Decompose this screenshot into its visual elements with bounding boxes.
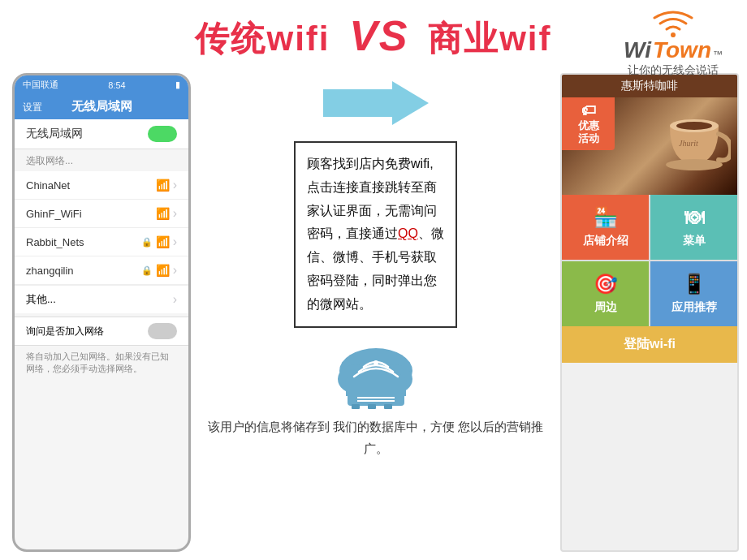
menu-icon: 🍽 <box>684 206 704 229</box>
phone-mockup: 中国联通 8:54 ▮ 设置 无线局域网 无线局域网 选取网络... China… <box>12 73 191 552</box>
network-item-zhangqilin[interactable]: zhangqilin 🔒 📶 › <box>15 256 188 285</box>
menu-label: 菜单 <box>683 234 706 248</box>
store-label: 店铺介绍 <box>583 234 628 248</box>
middle-section: 顾客找到店内免费wifi,点击连接直接跳转至商家认证界面，无需询问密码，直接通过… <box>191 73 560 552</box>
svg-rect-7 <box>348 393 404 406</box>
arrow-container <box>323 81 429 129</box>
svg-rect-12 <box>384 404 392 409</box>
wifi-toggle-row: 无线局域网 <box>15 119 188 149</box>
wifi-signal-icon3: 📶 <box>156 235 170 248</box>
wifi-logo-icon <box>649 8 697 37</box>
wifi-signal-icon2: 📶 <box>156 207 170 220</box>
store-icon: 🏪 <box>594 206 618 229</box>
select-network-label: 选取网络... <box>15 149 188 171</box>
battery-icon: ▮ <box>175 80 180 90</box>
svg-point-16 <box>676 122 712 130</box>
vs-text: VS <box>349 12 408 59</box>
nearby-label: 周边 <box>594 300 617 315</box>
nearby-icon: 🎯 <box>594 273 618 295</box>
svg-marker-1 <box>323 81 429 125</box>
main-content: 中国联通 8:54 ▮ 设置 无线局域网 无线局域网 选取网络... China… <box>0 73 747 552</box>
app-mockup: 惠斯特咖啡 Jhurit <box>560 73 739 552</box>
status-bar: 中国联通 8:54 ▮ <box>15 75 188 94</box>
title-part2: 商业wif <box>428 19 551 58</box>
wifi-toggle[interactable] <box>148 126 177 142</box>
phone-content: 无线局域网 选取网络... ChinaNet 📶 › GhinF_WiFi 📶 … <box>15 119 188 381</box>
phone-footer-text: 将自动加入已知网络。如果没有已知网络，您必须手动选择网络。 <box>15 346 188 381</box>
network-name-rabbit: Rabbit_Nets <box>26 236 84 248</box>
cafe-name: 惠斯特咖啡 <box>621 79 678 92</box>
tile-nearby[interactable]: 🎯 周边 <box>562 261 649 326</box>
wifi-signal-icon4: 📶 <box>156 264 170 277</box>
other-network-item[interactable]: 其他... › <box>15 285 188 313</box>
lock-icon2: 🔒 <box>141 265 153 276</box>
arrow-icon4: › <box>173 263 177 278</box>
logo-tm: ™ <box>713 49 723 60</box>
header-title: 传统wifi VS 商业wif <box>195 11 551 62</box>
description-text: 顾客找到店内免费wifi,点击连接直接跳转至商家认证界面，无需询问密码，直接通过… <box>307 157 444 311</box>
svg-point-13 <box>374 360 378 365</box>
promo-icon: 🏷 <box>581 102 596 119</box>
network-item-chinanet[interactable]: ChinaNet 📶 › <box>15 171 188 200</box>
network-item-rabbit[interactable]: Rabbit_Nets 🔒 📶 › <box>15 228 188 256</box>
other-label: 其他... <box>26 292 56 307</box>
svg-rect-11 <box>368 404 376 409</box>
description-text-box: 顾客找到店内免费wifi,点击连接直接跳转至商家认证界面，无需询问密码，直接通过… <box>294 141 457 328</box>
back-button[interactable]: 设置 <box>23 100 42 114</box>
ask-join-label: 询问是否加入网络 <box>26 325 104 338</box>
promo-label: 优惠活动 <box>578 119 599 144</box>
logo-slogan: 让你的无线会说话 <box>628 63 719 78</box>
logo-area: Wi Town ™ 让你的无线会说话 <box>624 8 723 78</box>
right-arrow-icon <box>323 81 429 126</box>
nav-bar: 设置 无线局域网 <box>15 94 188 119</box>
cafe-header-image: Jhurit 🏷 优惠活动 <box>562 97 737 195</box>
login-label: 登陆wi-fi <box>624 337 676 351</box>
promo-tile[interactable]: 🏷 优惠活动 <box>562 97 615 150</box>
nav-title: 无线局域网 <box>71 99 132 113</box>
cloud-area: 该用户的信息将储存到 我们的数据库中，方便 您以后的营销推广。 <box>199 342 552 459</box>
app-icon: 📱 <box>682 273 706 295</box>
svg-rect-10 <box>352 404 360 409</box>
tiles-grid: 🏪 店铺介绍 🍽 菜单 🎯 周边 📱 应用推荐 <box>562 195 737 326</box>
wifi-label: 无线局域网 <box>26 127 83 141</box>
qq-text: QQ <box>398 226 418 240</box>
arrow-other: › <box>173 292 177 307</box>
ask-toggle[interactable] <box>148 323 177 339</box>
svg-point-17 <box>666 159 723 170</box>
ask-join-row: 询问是否加入网络 <box>15 317 188 346</box>
cloud-icon <box>323 342 429 416</box>
network-name-chinanet: ChinaNet <box>26 179 70 192</box>
arrow-icon: › <box>173 178 177 192</box>
cloud-description: 该用户的信息将储存到 我们的数据库中，方便 您以后的营销推广。 <box>199 416 552 459</box>
tile-store-intro[interactable]: 🏪 店铺介绍 <box>562 195 649 260</box>
lock-icon: 🔒 <box>141 237 153 248</box>
network-name-ghinf: GhinF_WiFi <box>26 208 82 220</box>
coffee-cup-icon: Jhurit <box>658 110 731 183</box>
login-wifi-button[interactable]: 登陆wi-fi <box>562 326 737 363</box>
cafe-name-bar: 惠斯特咖啡 <box>562 75 737 97</box>
network-item-ghinf[interactable]: GhinF_WiFi 📶 › <box>15 200 188 228</box>
arrow-icon2: › <box>173 206 177 221</box>
carrier-text: 中国联通 <box>23 79 58 91</box>
time-text: 8:54 <box>108 80 125 90</box>
wifi-signal-icon: 📶 <box>156 179 170 192</box>
arrow-icon3: › <box>173 235 177 249</box>
header: 传统wifi VS 商业wif Wi Town ™ 让你的无线会说话 <box>0 0 747 73</box>
tile-app-recommend[interactable]: 📱 应用推荐 <box>650 261 737 326</box>
network-name-zhangqilin: zhangqilin <box>26 265 74 277</box>
app-label: 应用推荐 <box>671 300 717 315</box>
tile-menu[interactable]: 🍽 菜单 <box>650 195 737 260</box>
title-part1: 传统wifi <box>195 19 330 58</box>
svg-text:Jhurit: Jhurit <box>679 139 698 148</box>
